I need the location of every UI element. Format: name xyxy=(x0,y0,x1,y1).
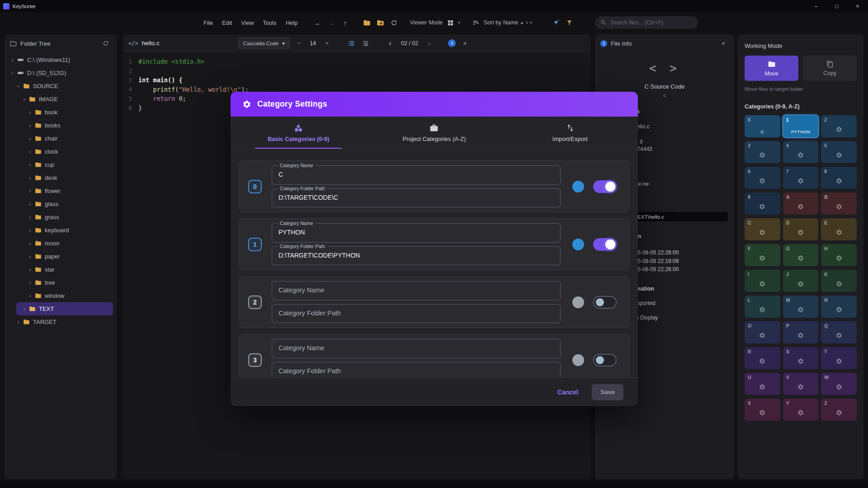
tree-item-image[interactable]: ›IMAGE xyxy=(5,93,117,106)
category-tile-I[interactable]: I xyxy=(745,270,780,292)
category-color-swatch[interactable] xyxy=(572,239,584,250)
tree-item-flower[interactable]: ›flower xyxy=(5,184,117,197)
category-tile-9[interactable]: 9 xyxy=(745,192,780,215)
tree-item-target[interactable]: ›TARGET xyxy=(5,315,117,328)
category-path-input[interactable]: Category Folder PathD:\TARGET\CODE\C xyxy=(272,188,561,208)
category-tile-X[interactable]: X xyxy=(745,399,780,421)
category-tile-P[interactable]: P xyxy=(783,321,819,343)
category-tile-Q[interactable]: Q xyxy=(821,321,857,343)
category-tile-4[interactable]: 4 xyxy=(783,141,819,163)
tree-item-grass[interactable]: ›grass xyxy=(5,211,117,224)
cancel-button[interactable]: Cancel xyxy=(557,389,578,396)
category-tile-Y[interactable]: Y xyxy=(783,399,819,421)
menu-file[interactable]: File xyxy=(199,18,217,28)
maximize-button[interactable]: □ xyxy=(826,0,847,12)
tree-item-tree[interactable]: ›tree xyxy=(5,276,117,289)
chevron-right-icon[interactable]: › xyxy=(27,293,33,299)
word-wrap-icon[interactable] xyxy=(360,38,371,49)
tree-item-d-sd-512g[interactable]: ›D:\ (SD_512G) xyxy=(5,66,117,80)
move-mode-button[interactable]: Move xyxy=(745,56,798,81)
category-tile-F[interactable]: F xyxy=(745,244,780,266)
chevron-right-icon[interactable]: › xyxy=(27,280,33,286)
tree-item-book[interactable]: ›book xyxy=(5,106,117,119)
menu-view[interactable]: View xyxy=(236,18,258,28)
tree-item-star[interactable]: ›star xyxy=(5,263,117,276)
category-name-input[interactable]: Category Name xyxy=(272,281,561,300)
info-icon[interactable]: i xyxy=(448,39,456,47)
category-tile-E[interactable]: E xyxy=(821,218,857,240)
view-grid-icon[interactable] xyxy=(444,17,456,28)
chevron-right-icon[interactable]: › xyxy=(27,227,33,234)
chevron-right-icon[interactable]: › xyxy=(27,136,33,142)
category-tile-O[interactable]: O xyxy=(745,321,780,343)
category-enabled-toggle[interactable] xyxy=(593,296,617,309)
tree-item-glass[interactable]: ›glass xyxy=(5,197,117,211)
save-button[interactable]: Save xyxy=(592,384,623,400)
close-button[interactable]: × xyxy=(847,0,868,12)
category-tile-C[interactable]: C xyxy=(745,218,780,240)
filter-icon[interactable] xyxy=(564,17,576,28)
back-icon[interactable]: ← xyxy=(312,17,324,28)
chevron-down-icon[interactable]: › xyxy=(9,70,16,76)
tab-basic-categories-0-9[interactable]: Basic Categories (0-9) xyxy=(231,117,366,149)
category-name-input[interactable]: Category Name xyxy=(272,339,561,358)
search-input[interactable] xyxy=(610,19,693,26)
close-icon[interactable]: × xyxy=(718,38,729,49)
category-name-input[interactable]: Category NamePYTHON xyxy=(272,223,561,243)
menu-help[interactable]: Help xyxy=(281,18,302,28)
chevron-right-icon[interactable]: › xyxy=(15,319,22,325)
minimize-button[interactable]: – xyxy=(806,0,826,12)
category-tile-N[interactable]: N xyxy=(821,296,857,318)
category-tile-D[interactable]: D xyxy=(783,218,819,240)
category-tile-H[interactable]: H xyxy=(821,244,857,266)
category-tile-6[interactable]: 6 xyxy=(745,167,780,189)
chevron-right-icon[interactable]: › xyxy=(27,162,33,168)
tab-import-export[interactable]: Import/Export xyxy=(502,117,638,149)
sort-ascending-icon[interactable]: ▲ xyxy=(520,20,524,25)
category-tile-L[interactable]: L xyxy=(745,296,780,318)
tree-item-source[interactable]: ›SOURCE xyxy=(5,80,117,93)
category-tile-3[interactable]: 3 xyxy=(745,141,780,163)
refresh-icon[interactable] xyxy=(100,38,111,49)
line-numbers-icon[interactable] xyxy=(346,38,357,49)
chevron-right-icon[interactable]: › xyxy=(27,240,33,247)
category-enabled-toggle[interactable] xyxy=(593,180,617,193)
category-tile-8[interactable]: 8 xyxy=(821,167,857,189)
category-path-input[interactable]: Category Folder Path xyxy=(272,362,561,378)
refresh-icon[interactable] xyxy=(388,17,400,28)
chevron-right-icon[interactable]: › xyxy=(9,57,16,63)
category-tile-1[interactable]: 1PYTHON xyxy=(783,115,819,137)
category-tile-K[interactable]: K xyxy=(821,270,857,292)
font-select[interactable]: Cascadia Code ▾ xyxy=(238,38,290,49)
chevron-down-icon[interactable]: › xyxy=(15,83,22,89)
chevron-right-icon[interactable]: › xyxy=(27,214,33,221)
chevron-right-icon[interactable]: › xyxy=(27,109,33,116)
category-tile-T[interactable]: T xyxy=(821,347,857,369)
chevron-down-icon[interactable]: › xyxy=(21,96,28,103)
copy-mode-button[interactable]: Copy xyxy=(803,56,857,81)
increase-font-button[interactable]: + xyxy=(321,38,332,49)
next-page-icon[interactable]: › xyxy=(424,38,434,49)
folder-icon[interactable] xyxy=(361,17,373,28)
chevron-right-icon[interactable]: › xyxy=(27,122,33,129)
category-tile-0[interactable]: 0C xyxy=(745,115,780,137)
search-bar[interactable] xyxy=(595,16,698,29)
category-color-swatch[interactable] xyxy=(572,181,584,192)
category-color-swatch[interactable] xyxy=(572,354,584,366)
tree-item-c-windows11[interactable]: ›C:\ (Windows11) xyxy=(5,53,117,66)
category-tile-Z[interactable]: Z xyxy=(821,399,857,421)
tree-item-moon[interactable]: ›moon xyxy=(5,237,117,250)
chevron-right-icon[interactable]: › xyxy=(27,253,33,260)
chevron-right-icon[interactable]: › xyxy=(27,188,33,194)
category-tile-G[interactable]: G xyxy=(783,244,819,266)
chevron-down-icon[interactable]: ▾ xyxy=(530,20,532,25)
decrease-font-button[interactable]: − xyxy=(293,38,304,49)
tree-item-chair[interactable]: ›chair xyxy=(5,132,117,145)
sort-by-name-label[interactable]: Sort by Name xyxy=(484,19,518,26)
category-enabled-toggle[interactable] xyxy=(593,238,617,251)
tree-item-clock[interactable]: ›clock xyxy=(5,145,117,158)
category-path-input[interactable]: Category Folder Path xyxy=(272,304,561,324)
chevron-down-icon[interactable]: ▾ xyxy=(458,20,460,25)
auto-organize-icon[interactable] xyxy=(550,17,562,28)
chevron-right-icon[interactable]: › xyxy=(27,149,33,155)
